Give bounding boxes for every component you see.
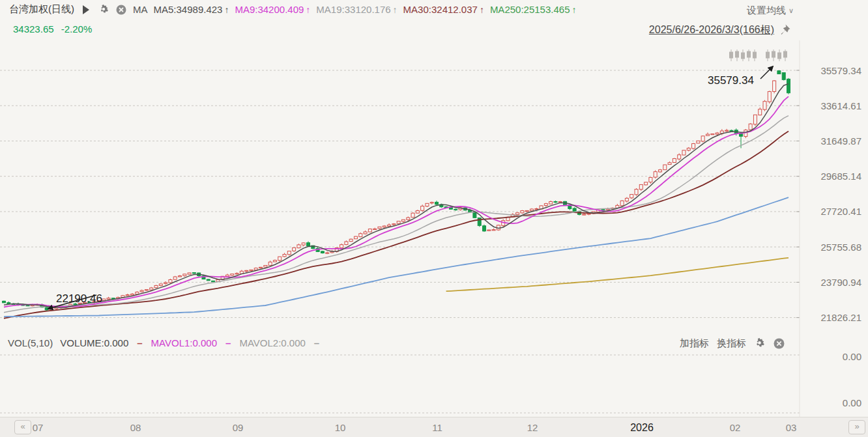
ma-settings-button[interactable]: 设置均线 ∨ — [747, 5, 794, 17]
volume-legend-item: MAVOL1:0.000 — [151, 337, 217, 348]
candle-density-4-icon[interactable] — [765, 49, 788, 61]
volume-legend-dash: – — [224, 337, 232, 348]
date-range-link[interactable]: 2025/6/26-2026/3/3(166根) — [649, 23, 774, 37]
pin-icon[interactable] — [779, 23, 791, 38]
volume-panel-controls: 加指标 换指标 — [680, 337, 785, 350]
svg-text:31649.87: 31649.87 — [820, 135, 861, 147]
candle-density-5-icon[interactable] — [729, 49, 759, 61]
ma-group-label: MA — [133, 4, 148, 15]
x-axis-label: 08 — [130, 422, 141, 433]
ma-legend-item: MA9:34200.409↑ — [235, 4, 310, 15]
gear-icon[interactable] — [98, 4, 109, 16]
chart-density-controls — [729, 49, 788, 61]
indicator-close-icon[interactable] — [774, 338, 785, 350]
svg-text:0.00: 0.00 — [843, 351, 861, 362]
chart-header: 台湾加权(日线) MA MA5:34989.423↑MA9:34200.409↑… — [9, 3, 576, 16]
svg-text:35579.34: 35579.34 — [820, 65, 861, 76]
svg-text:27720.41: 27720.41 — [820, 206, 861, 217]
x-axis-label: 02 — [730, 422, 741, 433]
scroll-right-button[interactable]: » — [848, 420, 865, 434]
x-axis-label: 09 — [233, 422, 244, 433]
volume-legend-dash: – — [313, 337, 321, 348]
current-price-row: 34323.65 -2.20% — [13, 23, 92, 35]
time-axis-bar: « 07080910111220260203 » — [0, 417, 868, 437]
current-price: 34323.65 — [13, 23, 54, 35]
page-title: 台湾加权(日线) — [9, 3, 74, 16]
volume-legend-item: MAVOL2:0.000 — [239, 337, 305, 348]
ma-settings-label: 设置均线 — [747, 5, 786, 17]
add-indicator-button[interactable]: 加指标 — [680, 337, 709, 350]
svg-text:29685.14: 29685.14 — [820, 171, 861, 182]
svg-text:35579.34: 35579.34 — [708, 74, 754, 87]
ma-legend: MA5:34989.423↑MA9:34200.409↑MA19:33120.1… — [154, 4, 577, 15]
volume-legend-item: VOLUME:0.000 — [60, 337, 128, 348]
close-icon[interactable] — [115, 4, 127, 16]
price-change: -2.20% — [61, 23, 93, 35]
x-axis-label: 12 — [527, 422, 538, 433]
scroll-left-button[interactable]: « — [14, 420, 31, 434]
ma-legend-item: MA30:32412.037↑ — [403, 4, 484, 15]
ma-legend-item: MA5:34989.423↑ — [154, 4, 229, 15]
volume-legend-dash: – — [136, 337, 143, 348]
switch-indicator-button[interactable]: 换指标 — [717, 337, 746, 350]
svg-text:33614.61: 33614.61 — [820, 100, 861, 111]
ma-legend-item: MA19:33120.176↑ — [316, 4, 397, 15]
x-axis-label: 03 — [786, 422, 797, 433]
x-axis-label: 07 — [33, 422, 44, 433]
stock-chart-screen: 35579.3433614.6131649.8729685.1427720.41… — [0, 0, 868, 437]
x-axis-label: 10 — [335, 422, 346, 433]
volume-legend: VOLUME:0.000–MAVOL1:0.000–MAVOL2:0.000– — [60, 337, 321, 348]
svg-text:22190.46: 22190.46 — [56, 292, 102, 305]
svg-text:21826.21: 21826.21 — [820, 312, 861, 323]
vol-indicator-label: VOL(5,10) — [8, 337, 53, 348]
play-icon[interactable] — [80, 4, 92, 16]
svg-text:0.00: 0.00 — [843, 397, 861, 408]
indicator-gear-icon[interactable] — [754, 338, 766, 350]
svg-text:25755.68: 25755.68 — [820, 242, 861, 253]
chevron-down-icon: ∨ — [788, 7, 794, 15]
price-chart-canvas[interactable]: 35579.3433614.6131649.8729685.1427720.41… — [0, 0, 868, 437]
ma-legend-item: MA250:25153.465↑ — [490, 4, 577, 15]
x-axis-label: 2026 — [630, 422, 654, 434]
volume-panel-header: VOL(5,10) VOLUME:0.000–MAVOL1:0.000–MAVO… — [8, 337, 321, 348]
x-axis-label: 11 — [432, 422, 442, 433]
svg-text:23790.94: 23790.94 — [820, 277, 861, 288]
